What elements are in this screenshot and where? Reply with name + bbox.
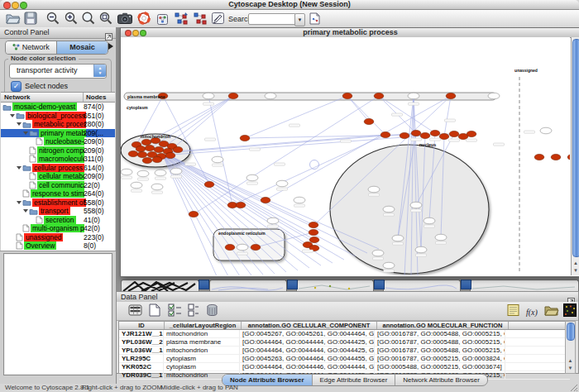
matrix-heatmap-icon[interactable] xyxy=(563,304,577,320)
table-column-header[interactable]: annotation.GO CELLULAR_COMPONENT xyxy=(242,322,377,329)
tree-expander-icon[interactable] xyxy=(16,122,22,126)
delete-attribute-trash-icon[interactable] xyxy=(206,304,218,320)
network-graph[interactable]: plasma membranecytoplasmmitochondrionnuc… xyxy=(121,37,570,275)
tree-expander-icon[interactable] xyxy=(9,114,16,117)
network-node-empty[interactable] xyxy=(540,127,552,134)
table-cell[interactable]: [GO:0044464, GO:0044444, GO:0044425, G..… xyxy=(240,338,375,346)
tab-network[interactable]: Network xyxy=(6,41,57,54)
network-node-empty[interactable] xyxy=(415,246,427,253)
zoom-in-icon[interactable] xyxy=(65,12,78,26)
network-node-empty[interactable] xyxy=(203,93,214,99)
table-cell[interactable]: cytoplasm xyxy=(164,355,240,362)
network-node[interactable] xyxy=(430,130,440,136)
network-node[interactable] xyxy=(137,151,147,157)
table-mode-icon[interactable] xyxy=(128,304,142,320)
tree-row[interactable]: primary metabolic209(... xyxy=(1,129,115,138)
network-node[interactable] xyxy=(420,132,430,138)
network-node[interactable] xyxy=(309,229,318,235)
tree-column-network[interactable]: Network xyxy=(4,93,31,102)
network-node[interactable] xyxy=(236,202,246,208)
select-attributes-icon[interactable] xyxy=(168,304,183,320)
network-edge[interactable] xyxy=(160,96,233,150)
background-window-icon[interactable] xyxy=(287,280,298,289)
network-node-empty[interactable] xyxy=(392,235,404,241)
network-node-empty[interactable] xyxy=(383,262,395,269)
tree-row[interactable]: cellular metabol209(0) xyxy=(1,172,115,181)
background-window[interactable] xyxy=(209,280,287,291)
network-node-empty[interactable] xyxy=(267,218,279,224)
tree-row[interactable]: nucleobase-cont209(0) xyxy=(1,137,115,146)
tree-expander-icon[interactable] xyxy=(22,131,29,135)
tree-row[interactable]: nitrogen compoun209(0) xyxy=(1,146,115,155)
network-node[interactable] xyxy=(449,131,459,136)
tree-row[interactable]: cellular process614(0) xyxy=(1,164,115,173)
table-cell[interactable]: mitochondrion xyxy=(164,347,240,354)
scroll-up-icon[interactable]: ▲ xyxy=(566,357,575,365)
table-cell[interactable]: YJR121W__1 xyxy=(119,330,164,337)
network-node-empty[interactable] xyxy=(294,197,305,203)
network-node[interactable] xyxy=(567,154,570,160)
import-table-folder-icon[interactable] xyxy=(544,304,559,320)
network-node-empty[interactable] xyxy=(408,93,419,99)
background-window[interactable] xyxy=(383,280,461,291)
network-node[interactable] xyxy=(309,222,318,227)
table-column-header[interactable]: annotation.GO MOLECULAR_FUNCTION xyxy=(377,322,509,329)
table-row[interactable]: YLR295Ccytoplasm[GO:0045263, GO:0044464,… xyxy=(119,355,570,363)
tree-expander-icon[interactable] xyxy=(16,166,22,170)
function-buil[interactable]: f(x) xyxy=(525,305,540,320)
network-node[interactable] xyxy=(380,131,390,137)
background-window[interactable] xyxy=(121,280,199,291)
table-row[interactable]: YPL036W__2plasma membrane[GO:0044464, GO… xyxy=(119,338,570,347)
network-node[interactable] xyxy=(142,157,152,163)
vizmapper-icon[interactable] xyxy=(157,13,168,27)
network-node[interactable] xyxy=(240,135,250,141)
network-node-empty[interactable] xyxy=(383,206,395,213)
background-window-icon[interactable] xyxy=(374,280,385,289)
table-cell[interactable]: [GO:0016787, GO:0005488, GO:0005215, G..… xyxy=(375,330,505,337)
network-node[interactable] xyxy=(165,152,175,158)
network-node-empty[interactable] xyxy=(137,170,149,177)
scroll-up-icon[interactable]: ▲ xyxy=(572,260,579,267)
table-cell[interactable]: YPL036W__1 xyxy=(119,347,164,354)
network-node-empty[interactable] xyxy=(276,180,288,187)
open-session-icon[interactable] xyxy=(6,12,21,26)
table-row[interactable]: YKR052Ccytoplasm[GO:0044464, GO:0044446,… xyxy=(119,363,570,371)
table-cell[interactable]: plasma membrane xyxy=(164,338,240,346)
scroll-down-icon[interactable]: ▼ xyxy=(566,365,575,372)
scrollbar-thumb[interactable] xyxy=(567,323,575,341)
network-node[interactable] xyxy=(189,211,199,217)
network-node[interactable] xyxy=(309,237,319,242)
network-node[interactable] xyxy=(374,93,384,98)
network-node-empty[interactable] xyxy=(410,202,422,208)
tab-mosaic[interactable]: Mosaic xyxy=(57,41,108,54)
background-window[interactable] xyxy=(296,280,374,291)
create-network-icon[interactable] xyxy=(174,12,189,26)
network-node[interactable] xyxy=(342,93,352,98)
tree-expander-icon[interactable] xyxy=(16,201,22,204)
network-node[interactable] xyxy=(261,197,270,203)
table-column-header[interactable]: ID xyxy=(119,322,165,329)
configure-search-icon[interactable] xyxy=(309,12,321,26)
network-node-empty[interactable] xyxy=(488,93,500,99)
table-cell[interactable]: [GO:0016787, GO:0005215, GO:0003824, G..… xyxy=(375,355,505,362)
network-edge[interactable] xyxy=(444,96,451,136)
network-node-empty[interactable] xyxy=(170,168,182,174)
background-window-icon[interactable] xyxy=(461,280,471,289)
table-cell[interactable]: [GO:0016787, GO:0005488, GO:0005215, G..… xyxy=(375,347,505,354)
tree-column-nodes[interactable]: Nodes xyxy=(86,93,106,102)
network-node[interactable] xyxy=(141,139,151,145)
select-nodes-checkbox[interactable]: ✓ xyxy=(11,81,22,92)
unselect-attributes-icon[interactable] xyxy=(188,304,199,320)
background-window[interactable] xyxy=(470,280,579,291)
panel-splitter[interactable] xyxy=(0,251,116,251)
network-edge[interactable] xyxy=(171,156,314,240)
table-cell[interactable]: YLR295C xyxy=(119,355,164,362)
tree-row[interactable]: biological_process651(0) xyxy=(1,112,115,121)
network-node[interactable] xyxy=(204,181,214,187)
snapshot-camera-icon[interactable] xyxy=(117,12,132,26)
node-color-dropdown[interactable]: transporter activity ▲▼ xyxy=(9,64,107,79)
table-cell[interactable]: [GO:0045263, GO:0044464, GO:0044455, G..… xyxy=(240,355,375,362)
network-node-empty[interactable] xyxy=(368,186,380,193)
zoom-out-icon[interactable] xyxy=(46,12,60,26)
network-node[interactable] xyxy=(128,151,138,156)
